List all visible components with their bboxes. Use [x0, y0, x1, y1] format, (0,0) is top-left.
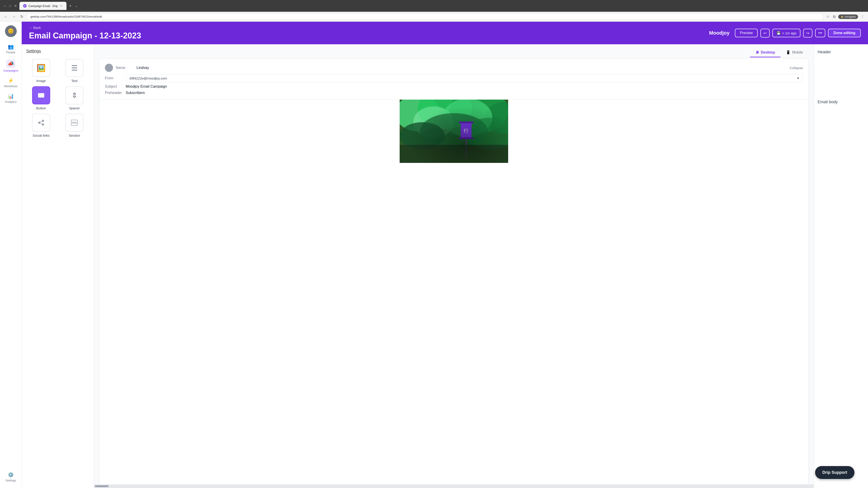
desktop-view-button[interactable]: 🖥 Desktop: [750, 48, 780, 57]
menu-button[interactable]: ⋮: [860, 13, 865, 20]
svg-point-3: [42, 120, 44, 122]
header-section-label: Header: [817, 50, 864, 55]
preheader-value: Subscribers: [126, 91, 145, 95]
image-tool-icon[interactable]: 🖼️: [32, 59, 50, 77]
tool-spacer[interactable]: ⇕ Spacer: [60, 86, 90, 110]
settings-icon: ⚙️: [8, 472, 14, 478]
undo-button[interactable]: ↩: [761, 29, 770, 37]
tab-bar: D Campaign Email · Drip ✕ + ⌄: [20, 2, 865, 10]
settings-link[interactable]: Settings: [26, 49, 89, 54]
extensions-button[interactable]: ⧉: [832, 14, 836, 20]
spacer-tool-icon[interactable]: ⇕: [65, 86, 84, 104]
redo-button[interactable]: ↪: [803, 29, 812, 37]
new-tab-button[interactable]: +: [67, 3, 73, 9]
email-subject-row: Subject Moodjoy Email Campaign: [105, 85, 803, 89]
button-tool-icon[interactable]: [32, 86, 50, 104]
svg-point-2: [38, 122, 40, 124]
more-tabs-button[interactable]: ⌄: [74, 4, 79, 8]
save-button[interactable]: 💾 < 1m ago: [772, 29, 800, 37]
email-image: 行: [400, 100, 508, 163]
forward-nav-button[interactable]: →: [11, 14, 17, 20]
email-body-preview: 行: [99, 100, 808, 163]
campaigns-icon: 📣: [6, 59, 15, 68]
minimize-button[interactable]: ─: [3, 4, 7, 8]
header-left: ← Back Email Campaign - 12-13-2023: [29, 26, 141, 40]
page-title: Email Campaign - 12-13-2023: [29, 31, 141, 40]
social-links-tool-label: Social links: [33, 133, 50, 137]
sidebar-item-analytics[interactable]: 📊 Analytics: [2, 91, 20, 106]
sidebar-item-settings[interactable]: ⚙️ Settings: [2, 470, 20, 484]
image-tool-label: Image: [36, 79, 46, 83]
tab-close-icon[interactable]: ✕: [60, 4, 63, 8]
subject-value: Moodjoy Email Campaign: [126, 85, 167, 89]
horizontal-scrollbar[interactable]: [94, 484, 814, 488]
svg-line-6: [40, 123, 42, 124]
tool-section[interactable]: Section: [60, 113, 90, 137]
back-link[interactable]: ← Back: [29, 26, 141, 30]
sidebar-item-people[interactable]: 👥 People: [2, 41, 20, 56]
email-meta: Name Lindsay Collapse From 89f4222e@mood…: [99, 59, 808, 100]
save-icon: 💾: [776, 31, 781, 35]
email-preview-area: 🖥 Desktop 📱 Mobile Name: [94, 44, 814, 488]
address-input[interactable]: [26, 13, 824, 20]
incognito-label: Incognito: [845, 15, 856, 18]
tool-button[interactable]: Button: [26, 86, 56, 110]
sidebar-label-workflows: Workflows: [4, 85, 18, 88]
subject-label: Subject: [105, 85, 123, 89]
header-right: Moodjoy Preview ↩ 💾 < 1m ago ↪ ••• Done …: [709, 29, 861, 37]
email-preheader-row: Preheader Subscribers: [105, 91, 803, 95]
view-toggle: 🖥 Desktop 📱 Mobile: [94, 44, 814, 59]
maximize-button[interactable]: □: [8, 4, 12, 8]
drip-support-button[interactable]: Drip Support: [815, 466, 855, 479]
top-header: ← Back Email Campaign - 12-13-2023 Moodj…: [22, 22, 868, 44]
browser-actions: ☆ ⧉ 🕵 Incognito ⋮: [825, 13, 865, 20]
back-nav-button[interactable]: ←: [3, 14, 9, 20]
window-controls[interactable]: ─ □ ✕: [3, 4, 18, 8]
more-options-button[interactable]: •••: [815, 29, 825, 37]
preview-button[interactable]: Preview: [735, 29, 758, 37]
svg-rect-7: [71, 120, 78, 122]
tool-image[interactable]: 🖼️ Image: [26, 59, 56, 83]
name-label: Name: [116, 66, 134, 70]
text-tool-icon[interactable]: ☰: [65, 59, 84, 77]
tab-label: Campaign Email · Drip: [29, 4, 58, 8]
tab-favicon: D: [23, 4, 27, 8]
bookmark-button[interactable]: ☆: [825, 13, 830, 20]
tool-text[interactable]: ☰ Text: [60, 59, 90, 83]
reload-button[interactable]: ↻: [19, 13, 25, 20]
text-tool-label: Text: [71, 79, 78, 83]
svg-rect-1: [39, 94, 43, 97]
brand-label: Moodjoy: [709, 30, 730, 36]
close-button[interactable]: ✕: [13, 4, 18, 8]
analytics-icon: 📊: [8, 93, 14, 99]
email-name-row: Name Lindsay Collapse: [105, 64, 803, 72]
mobile-icon: 📱: [786, 50, 790, 55]
section-tool-icon[interactable]: [65, 113, 84, 132]
active-tab[interactable]: D Campaign Email · Drip ✕: [20, 2, 66, 10]
scroll-thumb[interactable]: [95, 485, 108, 487]
mobile-label: Mobile: [792, 51, 803, 55]
sidebar-item-workflows[interactable]: ⚡ Workflows: [2, 75, 20, 90]
from-select[interactable]: 89f4222e@moodjoy.com ▾: [126, 74, 803, 82]
chevron-down-icon: ▾: [797, 76, 799, 80]
name-value: Lindsay: [136, 66, 149, 70]
mobile-view-button[interactable]: 📱 Mobile: [780, 48, 808, 57]
workflows-icon: ⚡: [8, 78, 14, 84]
done-editing-button[interactable]: Done editing: [828, 29, 861, 37]
sender-avatar: [105, 64, 113, 72]
svg-point-4: [42, 123, 44, 126]
tools-panel: Settings 🖼️ Image ☰ Text: [22, 44, 94, 488]
tool-social-links[interactable]: Social links: [26, 113, 56, 137]
sidebar-label-settings: Settings: [5, 479, 16, 482]
save-label: < 1m ago: [782, 31, 796, 35]
address-bar-row: ← → ↻ ☆ ⧉ 🕵 Incognito ⋮: [0, 12, 868, 22]
collapse-button[interactable]: Collapse: [790, 66, 803, 70]
sidebar-label-analytics: Analytics: [5, 100, 17, 103]
browser-chrome: ─ □ ✕ D Campaign Email · Drip ✕ + ⌄: [0, 0, 868, 12]
app-container: 😊 👥 People 📣 Campaigns ⚡ Workflows 📊 Ana…: [0, 22, 868, 488]
sidebar-item-campaigns[interactable]: 📣 Campaigns: [2, 57, 20, 74]
app-logo: 😊: [5, 25, 17, 37]
icon-sidebar: 😊 👥 People 📣 Campaigns ⚡ Workflows 📊 Ana…: [0, 22, 22, 488]
svg-line-5: [40, 121, 42, 122]
social-links-tool-icon[interactable]: [32, 113, 50, 132]
